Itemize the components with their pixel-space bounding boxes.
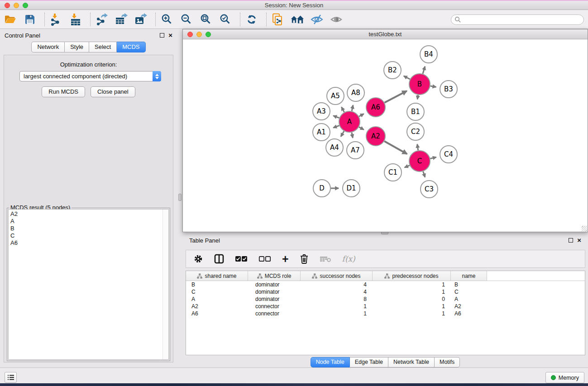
node-A6[interactable]: A6 <box>366 98 385 117</box>
column-header-predecessor-nodes[interactable]: predecessor nodes <box>373 271 451 281</box>
node-A1[interactable]: A1 <box>313 124 330 141</box>
edge-B-B3[interactable] <box>430 86 436 87</box>
mcds-result-list[interactable]: A2ABCA6 <box>8 209 169 360</box>
node-A8[interactable]: A8 <box>347 84 364 101</box>
vertical-splitter-handle[interactable] <box>178 194 182 201</box>
edge-A-A6[interactable] <box>359 114 364 117</box>
node-A7[interactable]: A7 <box>347 142 364 159</box>
mcds-result-item[interactable]: B <box>9 225 168 232</box>
tab-style[interactable]: Style <box>65 42 89 52</box>
column-header-successor-nodes[interactable]: successor nodes <box>301 271 373 281</box>
select-all-columns-icon[interactable] <box>235 252 248 266</box>
node-A3[interactable]: A3 <box>313 103 330 120</box>
tab-mcds[interactable]: MCDS <box>117 42 145 52</box>
memory-button[interactable]: Memory <box>545 372 584 383</box>
zoom-selected-icon[interactable] <box>219 12 232 27</box>
node-C4[interactable]: C4 <box>440 146 457 163</box>
edge-A-A2[interactable] <box>359 127 364 130</box>
zoom-fit-icon[interactable] <box>199 12 213 27</box>
edge-A-A3[interactable] <box>333 116 339 118</box>
node-B1[interactable]: B1 <box>407 103 424 120</box>
import-network-icon[interactable] <box>49 12 63 27</box>
tab-motifs[interactable]: Motifs <box>435 357 460 367</box>
show-all-icon[interactable] <box>330 12 343 27</box>
refresh-icon[interactable] <box>245 12 258 27</box>
edge-C-C1[interactable] <box>405 165 410 167</box>
node-C3[interactable]: C3 <box>421 181 438 198</box>
node-C[interactable]: C <box>409 151 430 172</box>
delete-columns-icon[interactable] <box>300 252 309 266</box>
network-graph[interactable]: B4B2BB3A8A5A6A3B1AA1C2A2A4A7C4CC1C3DD1 <box>183 39 588 232</box>
edge-A-A1[interactable] <box>333 125 339 128</box>
result-list-scrollbar[interactable] <box>163 210 168 359</box>
show-task-history-button[interactable] <box>5 372 17 383</box>
column-header-MCDS-role[interactable]: MCDS role <box>248 271 301 281</box>
node-A5[interactable]: A5 <box>327 87 344 105</box>
hide-selected-icon[interactable] <box>310 12 324 27</box>
tab-network-table[interactable]: Network Table <box>388 357 435 367</box>
node-B4[interactable]: B4 <box>420 46 437 63</box>
create-column-icon[interactable]: + <box>282 252 289 266</box>
edge-A2-C[interactable] <box>384 141 407 154</box>
network-canvas[interactable]: B4B2BB3A8A5A6A3B1AA1C2A2A4A7C4CC1C3DD1 <box>183 39 588 232</box>
zoom-in-icon[interactable] <box>160 12 174 27</box>
table-row[interactable]: A6connector11A6 <box>186 310 585 317</box>
open-session-icon[interactable] <box>4 12 17 27</box>
edge-A-A4[interactable] <box>341 131 344 137</box>
edge-A-A8[interactable] <box>352 105 353 111</box>
tab-node-table[interactable]: Node Table <box>311 357 350 367</box>
export-image-icon[interactable] <box>134 12 148 27</box>
node-D1[interactable]: D1 <box>343 180 360 197</box>
close-panel-button[interactable]: Close panel <box>91 86 135 97</box>
node-B3[interactable]: B3 <box>440 81 457 98</box>
column-header-shared-name[interactable]: shared name <box>186 271 248 281</box>
tab-network[interactable]: Network <box>31 42 65 52</box>
zoom-out-icon[interactable] <box>180 12 193 27</box>
table-row[interactable]: A2connector11A2 <box>186 303 585 310</box>
edge-A6-B[interactable] <box>385 91 407 103</box>
tab-select[interactable]: Select <box>89 42 117 52</box>
node-A2[interactable]: A2 <box>366 127 385 146</box>
node-B2[interactable]: B2 <box>384 62 401 79</box>
node-C1[interactable]: C1 <box>384 164 402 181</box>
node-D[interactable]: D <box>313 180 330 197</box>
node-B[interactable]: B <box>409 74 430 95</box>
edge-A-A5[interactable] <box>341 107 344 112</box>
node-A[interactable]: A <box>339 111 360 132</box>
run-mcds-button[interactable]: Run MCDS <box>42 86 85 97</box>
edge-A-A7[interactable] <box>352 133 353 138</box>
show-columns-icon[interactable] <box>214 252 224 266</box>
first-neighbors-icon[interactable] <box>291 12 304 27</box>
table-options-icon[interactable] <box>193 252 203 266</box>
node-A4[interactable]: A4 <box>326 139 343 156</box>
new-network-from-selection-icon[interactable] <box>271 12 285 27</box>
export-table-icon[interactable] <box>115 12 128 27</box>
float-panel-icon[interactable] <box>569 238 573 243</box>
edge-B-B2[interactable] <box>404 76 410 79</box>
edge-C-C3[interactable] <box>423 172 425 177</box>
table-row[interactable]: Cdominator41C <box>186 288 585 295</box>
network-window-titlebar[interactable]: testGlobe.txt <box>183 29 588 39</box>
close-panel-icon[interactable]: × <box>577 238 581 243</box>
tab-edge-table[interactable]: Edge Table <box>350 357 388 367</box>
table-row[interactable]: Bdominator41B <box>186 281 585 288</box>
close-panel-icon[interactable]: × <box>168 33 172 38</box>
search-input[interactable] <box>461 15 583 24</box>
save-session-icon[interactable] <box>23 12 37 27</box>
edge-B-B4[interactable] <box>423 67 425 74</box>
deselect-all-columns-icon[interactable] <box>258 252 271 266</box>
edge-C-C4[interactable] <box>430 157 436 158</box>
criterion-select[interactable]: largest connected component (directed) <box>19 71 161 81</box>
float-panel-icon[interactable] <box>160 33 164 38</box>
node-C2[interactable]: C2 <box>407 123 424 140</box>
edge-B-B1[interactable] <box>417 95 418 100</box>
column-header-name[interactable]: name <box>451 271 487 281</box>
table-row[interactable]: Adominator80A <box>186 295 585 303</box>
export-network-icon[interactable] <box>95 12 109 27</box>
mcds-result-item[interactable]: A <box>9 218 168 225</box>
edge-C-C2[interactable] <box>417 144 418 151</box>
window-resize-handle[interactable] <box>582 226 587 231</box>
import-table-icon[interactable] <box>69 12 82 27</box>
mcds-result-item[interactable]: A6 <box>9 239 168 247</box>
mcds-result-item[interactable]: C <box>9 232 168 239</box>
